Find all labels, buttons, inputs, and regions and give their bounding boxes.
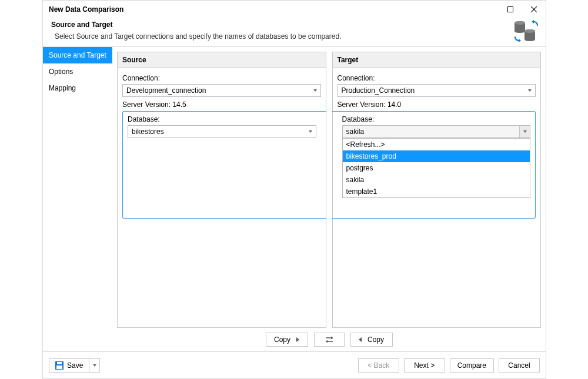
svg-marker-10 [326, 340, 328, 343]
chevron-down-icon [305, 126, 316, 137]
target-pane: Target Connection: Production_Connection… [332, 52, 542, 328]
maximize-icon [507, 6, 513, 12]
compare-button[interactable]: Compare [450, 358, 494, 373]
source-database-value: bikestores [132, 128, 164, 136]
dropdown-item-bikestores-prod[interactable]: bikestores_prod [343, 150, 530, 162]
copy-to-right-button[interactable]: Copy [266, 333, 308, 347]
target-database-label: Database: [342, 115, 531, 123]
sidebar-item-label: Options [49, 68, 73, 76]
arrow-left-icon [359, 337, 362, 342]
panes: Source Connection: Development_connectio… [117, 52, 541, 328]
copy-bar: Copy Copy [117, 333, 541, 347]
body: Source and Target Options Mapping Source… [43, 46, 546, 351]
svg-rect-0 [508, 7, 513, 12]
source-database-frame: Database: bikestores [122, 111, 326, 219]
sidebar: Source and Target Options Mapping [43, 47, 112, 351]
target-database-combo[interactable]: sakila <Refresh...> bikestores_prod post… [342, 125, 531, 138]
svg-rect-12 [57, 362, 62, 364]
target-database-value: sakila [346, 128, 365, 136]
source-server-version: Server Version: 14.5 [122, 100, 321, 109]
window-title: New Data Comparison [49, 5, 499, 14]
dropdown-item-refresh[interactable]: <Refresh...> [343, 139, 530, 150]
cancel-button[interactable]: Cancel [499, 358, 540, 373]
swap-button[interactable] [314, 333, 345, 347]
source-database-combo[interactable]: bikestores [128, 125, 316, 138]
page-description: Select Source and Target connections and… [55, 32, 537, 41]
footer: Save < Back Next > Compare Cancel [43, 351, 546, 378]
svg-marker-8 [331, 337, 333, 340]
svg-rect-13 [56, 365, 62, 369]
copy-to-left-button[interactable]: Copy [350, 333, 393, 347]
save-dropdown-button[interactable] [89, 359, 99, 372]
target-database-frame: Database: sakila <Refresh...> bikestores… [332, 111, 536, 219]
maximize-button[interactable] [499, 1, 522, 18]
close-button[interactable] [522, 1, 546, 18]
svg-point-4 [524, 29, 535, 33]
save-icon [55, 361, 64, 370]
arrow-right-icon [296, 337, 299, 342]
titlebar: New Data Comparison [43, 1, 546, 18]
sidebar-item-label: Mapping [49, 84, 76, 92]
dropdown-item-postgres[interactable]: postgres [343, 162, 530, 174]
target-heading: Target [333, 52, 541, 68]
source-connection-combo[interactable]: Development_connection [122, 84, 321, 97]
source-connection-label: Connection: [122, 74, 321, 82]
dropdown-item-sakila[interactable]: sakila [343, 174, 530, 186]
header: Source and Target Select Source and Targ… [43, 18, 546, 46]
next-button[interactable]: Next > [404, 358, 445, 373]
dropdown-item-template1[interactable]: template1 [343, 186, 530, 197]
swap-icon [325, 336, 334, 343]
main: Source Connection: Development_connectio… [112, 47, 546, 351]
save-button[interactable]: Save [49, 361, 89, 370]
sidebar-item-mapping[interactable]: Mapping [43, 80, 112, 96]
source-connection-value: Development_connection [126, 86, 206, 95]
chevron-down-icon [310, 85, 320, 96]
svg-marker-6 [519, 39, 521, 42]
chevron-down-icon [93, 364, 96, 367]
source-pane: Source Connection: Development_connectio… [117, 52, 326, 328]
sidebar-item-source-and-target[interactable]: Source and Target [43, 47, 112, 63]
svg-point-3 [514, 21, 525, 25]
save-split-button: Save [49, 358, 100, 373]
chevron-down-icon [524, 85, 535, 96]
source-heading: Source [118, 52, 326, 68]
page-subtitle: Source and Target [51, 21, 537, 29]
wizard-window: New Data Comparison Source and Target Se… [42, 0, 546, 379]
target-connection-combo[interactable]: Production_Connection [338, 84, 536, 97]
sidebar-item-options[interactable]: Options [43, 63, 112, 80]
svg-marker-5 [532, 20, 534, 24]
target-connection-value: Production_Connection [342, 86, 415, 95]
chevron-down-icon [519, 126, 530, 137]
target-database-dropdown: <Refresh...> bikestores_prod postgres sa… [342, 138, 531, 198]
source-database-label: Database: [128, 115, 316, 123]
sidebar-item-label: Source and Target [49, 51, 106, 59]
target-server-version: Server Version: 14.0 [338, 100, 536, 109]
close-icon [531, 6, 537, 12]
compare-databases-icon [513, 19, 539, 45]
back-button: < Back [358, 358, 399, 373]
target-connection-label: Connection: [338, 74, 536, 82]
